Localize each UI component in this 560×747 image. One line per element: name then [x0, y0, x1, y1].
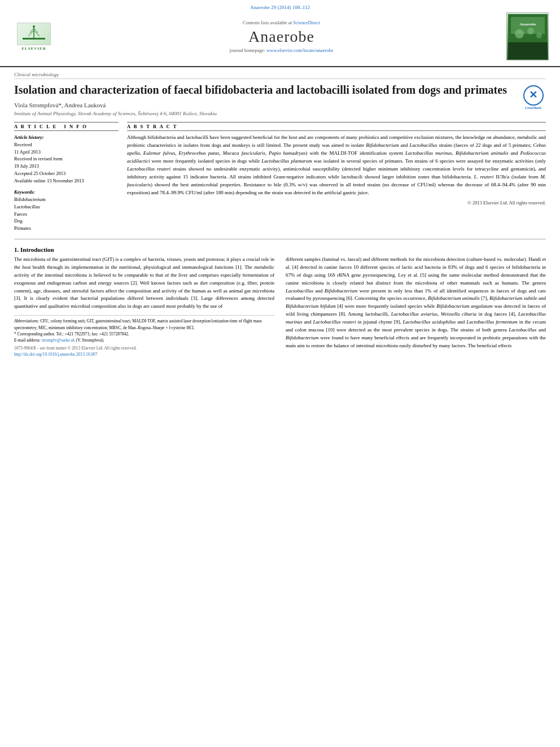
email-footnote: E-mail address: strompfv@saske.sk (V. St… [14, 337, 274, 343]
sciencedirect-line: Contents lists available at ScienceDirec… [243, 20, 320, 25]
sciencedirect-link[interactable]: ScienceDirect [293, 20, 320, 25]
keyword-faeces: Faeces [14, 211, 119, 218]
svg-point-6 [33, 25, 35, 28]
article-info-block: Article history: Received 11 April 2013 … [14, 134, 119, 184]
article-title: Isolation and characterization of faecal… [14, 82, 546, 97]
section-divider [14, 239, 546, 239]
body-right-col: different samples (luminal vs. faecal) a… [286, 256, 546, 357]
keywords-label: Keywords: [14, 189, 35, 195]
accepted-line: Accepted 25 October 2013 [14, 170, 119, 177]
abstract-text: Although bifidobacteria and lactobacilli… [127, 134, 546, 197]
footnote-area: Abbreviations: CFU, colony forming unit;… [14, 315, 274, 357]
elsevier-logo: ELSEVIER [11, 23, 56, 51]
svg-point-11 [515, 29, 524, 38]
elsevier-name-text: ELSEVIER [21, 46, 46, 51]
received-line: Received 11 April 2013 [14, 141, 119, 156]
svg-text:Anaerobe: Anaerobe [519, 22, 536, 27]
article-info-title: A R T I C L E I N F O [14, 122, 119, 131]
journal-thumbnail: Anaerobe [506, 12, 549, 60]
body-left-col: The microbiota of the gastrointestinal t… [14, 256, 274, 357]
body-two-col: The microbiota of the gastrointestinal t… [14, 256, 546, 357]
page-container: Anaerobe 29 (2014) 108–112 ELSEVIER [0, 0, 560, 747]
authors-line: Viola Strompfová*, Andrea Lauková [14, 102, 546, 108]
revised-line: Received in revised form 19 July 2013 [14, 155, 119, 170]
abstract-title: A B S T R A C T [127, 122, 546, 131]
keywords-section: Keywords: Bifidobacterium Lactobacillus … [14, 189, 119, 232]
body-right-text: different samples (luminal vs. faecal) a… [286, 256, 546, 350]
right-column: A B S T R A C T Although bifidobacteria … [127, 122, 546, 232]
affiliation-line: Institute of Animal Physiology, Slovak A… [14, 111, 546, 116]
homepage-link[interactable]: www.elsevier.com/locate/anaerobe [266, 47, 333, 53]
svg-rect-10 [508, 42, 548, 59]
body-left-text: The microbiota of the gastrointestinal t… [14, 256, 274, 311]
svg-point-13 [536, 33, 542, 38]
article-content: Clinical microbiology Isolation and char… [0, 67, 560, 232]
crossmark-label: CrossMark [525, 106, 541, 111]
crossmark-badge[interactable]: ✕ CrossMark [520, 85, 546, 111]
abbreviations-footnote: Abbreviations: CFU, colony forming unit;… [14, 318, 274, 331]
email-suffix: (V. Strompfová). [76, 338, 104, 343]
abbreviations-label: Abbreviations: [14, 318, 39, 324]
article-history-label: Article history: [14, 134, 44, 140]
journal-header: Anaerobe 29 (2014) 108–112 ELSEVIER [0, 0, 560, 67]
svg-rect-0 [23, 38, 45, 40]
email-label: E-mail address: [14, 338, 41, 343]
journal-reference-line: Anaerobe 29 (2014) 108–112 [250, 5, 310, 10]
keyword-primates: Primates [14, 225, 119, 232]
corresponding-footnote: * Corresponding author. Tel.: +421 79229… [14, 331, 274, 337]
journal-homepage: journal homepage: www.elsevier.com/locat… [229, 47, 333, 53]
elsevier-logo-box [17, 23, 51, 45]
doi-line: http://dx.doi.org/10.1016/j.anaerobe.201… [14, 351, 274, 357]
crossmark-circle: ✕ [523, 85, 544, 106]
keyword-dog: Dog [14, 217, 119, 225]
journal-center: Contents lists available at ScienceDirec… [56, 20, 506, 53]
doi-link[interactable]: http://dx.doi.org/10.1016/j.anaerobe.201… [14, 352, 98, 357]
section-label: Clinical microbiology [14, 72, 546, 79]
issn-line: 1075-9964/$ – see front matter © 2013 El… [14, 346, 274, 351]
keyword-bifidobacterium: Bifidobacterium [14, 196, 119, 203]
journal-title: Anaerobe [248, 28, 314, 46]
body-content: 1. Introduction The microbiota of the ga… [0, 246, 560, 357]
online-line: Available online 13 November 2013 [14, 177, 119, 185]
svg-point-12 [527, 28, 534, 34]
keyword-lactobacillus: Lactobacillus [14, 203, 119, 211]
left-column: A R T I C L E I N F O Article history: R… [14, 122, 119, 232]
article-two-col: A R T I C L E I N F O Article history: R… [14, 122, 546, 232]
email-link[interactable]: strompfv@saske.sk [42, 338, 75, 343]
copyright-line: © 2013 Elsevier Ltd. All rights reserved… [127, 200, 546, 206]
section-1-heading: 1. Introduction [14, 246, 546, 253]
crossmark-symbol: ✕ [529, 89, 537, 102]
keywords-block: Keywords: Bifidobacterium Lactobacillus … [14, 189, 119, 232]
